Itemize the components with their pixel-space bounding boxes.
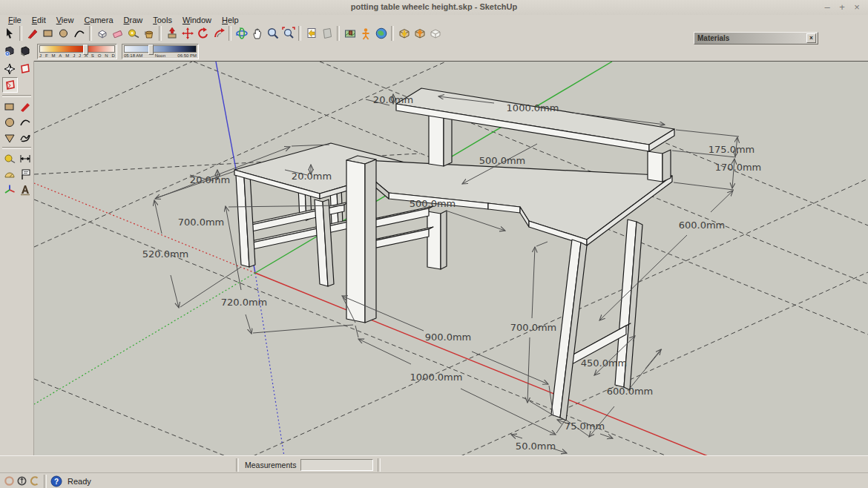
time-tick: Noon xyxy=(155,53,165,59)
menu-camera[interactable]: Camera xyxy=(79,16,118,24)
get-models-icon[interactable] xyxy=(396,26,412,42)
circle-icon[interactable] xyxy=(56,26,71,42)
menu-help[interactable]: Help xyxy=(217,16,244,24)
push-pull-icon[interactable] xyxy=(164,26,180,42)
zoom-extents-icon[interactable] xyxy=(280,26,296,42)
maximize-button[interactable]: + xyxy=(835,1,849,13)
toolbar-separator xyxy=(391,26,394,41)
shadow-dialog-icon[interactable] xyxy=(1,44,17,59)
dimension-label: 1000.0mm xyxy=(507,102,559,113)
help-icon[interactable]: ? xyxy=(50,475,62,487)
measurements-bar: Measurements xyxy=(0,455,868,473)
arc-icon[interactable] xyxy=(71,26,87,42)
month-tick: D xyxy=(112,53,115,59)
month-tick: F xyxy=(45,53,48,59)
paint-bucket-icon[interactable] xyxy=(141,26,157,42)
position-camera-icon[interactable] xyxy=(358,26,373,42)
toolbar-separator xyxy=(19,26,22,41)
tape-measure-icon[interactable] xyxy=(125,26,141,42)
rectangle-tool-icon[interactable] xyxy=(2,99,16,113)
bar-separator xyxy=(44,475,47,488)
menu-draw[interactable]: Draw xyxy=(119,16,148,24)
menu-view[interactable]: View xyxy=(51,16,79,24)
rotate-icon[interactable] xyxy=(195,26,211,42)
move-icon[interactable] xyxy=(180,26,195,42)
menu-edit[interactable]: Edit xyxy=(27,16,51,24)
line-tool-icon[interactable] xyxy=(18,99,32,113)
next-view-icon[interactable] xyxy=(319,26,335,42)
google-earth-icon[interactable] xyxy=(373,26,389,42)
date-slider-handle[interactable] xyxy=(83,44,88,55)
menu-window[interactable]: Window xyxy=(177,16,217,24)
model-box-icon[interactable] xyxy=(427,26,443,42)
tape-measure-tool-icon[interactable] xyxy=(2,151,16,165)
dimension-label: 75.0mm xyxy=(565,421,605,432)
polygon-tool-icon[interactable] xyxy=(2,131,16,145)
dimension-label: 500.0mm xyxy=(410,198,456,209)
materials-panel-title: Materials xyxy=(694,34,806,42)
toolbar-separator xyxy=(298,26,301,41)
menu-file[interactable]: File xyxy=(3,16,27,24)
dimension-label: 700.0mm xyxy=(510,322,557,333)
materials-close-button[interactable]: x xyxy=(806,33,816,43)
month-tick: M xyxy=(65,53,69,59)
make-component-icon[interactable] xyxy=(94,26,110,42)
month-tick: J xyxy=(79,53,81,59)
share-model-icon[interactable] xyxy=(412,26,427,42)
close-button[interactable]: × xyxy=(850,1,864,13)
shadow-time-slider[interactable]: 05:18 AMNoon06:50 PM xyxy=(122,44,199,59)
month-tick: J xyxy=(39,53,42,59)
month-tick: J xyxy=(73,53,75,59)
views-icon[interactable] xyxy=(2,62,16,76)
viewport-canvas[interactable]: 20.0mm1000.0mm500.0mm20.0mm20.0mm500.0mm… xyxy=(34,61,868,456)
protractor-tool-icon[interactable] xyxy=(2,167,16,181)
text-tool-icon[interactable] xyxy=(18,167,32,181)
toolbar-separator xyxy=(89,26,92,41)
month-tick: N xyxy=(105,53,108,59)
eraser-icon[interactable] xyxy=(110,26,125,42)
rectangle-icon[interactable] xyxy=(40,26,56,42)
toolbar-separator xyxy=(337,26,340,41)
previous-view-icon[interactable] xyxy=(303,26,319,42)
axes-tool-icon[interactable] xyxy=(2,182,16,197)
measurements-label: Measurements xyxy=(245,461,296,469)
dimension-tool-icon[interactable] xyxy=(18,151,32,165)
3d-text-tool-icon[interactable] xyxy=(18,182,32,197)
arc-tool-icon[interactable] xyxy=(18,115,32,129)
dimension-label: 600.0mm xyxy=(679,220,726,231)
orbit-icon[interactable] xyxy=(234,26,249,42)
circle-tool-icon[interactable] xyxy=(2,115,16,129)
palette-separator xyxy=(2,147,31,149)
offset-icon[interactable] xyxy=(211,26,226,42)
toolbar-separator xyxy=(228,26,231,41)
menu-tools[interactable]: Tools xyxy=(148,16,177,24)
photo-textures-icon[interactable] xyxy=(342,26,358,42)
menu-bar: FileEditViewCameraDrawToolsWindowHelp xyxy=(0,15,868,24)
dimension-label: 520.0mm xyxy=(142,248,189,260)
materials-panel[interactable]: Materials x xyxy=(694,32,818,44)
time-gradient-strip xyxy=(124,45,197,53)
title-bar[interactable]: potting table wheelc height.skp - Sketch… xyxy=(0,0,868,16)
plane-front-icon[interactable] xyxy=(18,62,32,76)
line-icon[interactable] xyxy=(24,26,40,42)
freehand-tool-icon[interactable] xyxy=(18,131,32,145)
time-slider-handle[interactable] xyxy=(148,44,154,55)
shadow-date-slider[interactable]: JFMAMJJASOND xyxy=(37,44,117,59)
shadow-toggle-icon[interactable] xyxy=(17,44,33,59)
select-icon[interactable] xyxy=(1,26,17,42)
window-title: potting table wheelc height.skp - Sketch… xyxy=(0,2,868,11)
plane-back-icon[interactable] xyxy=(2,77,18,93)
pan-icon[interactable] xyxy=(249,26,265,42)
minimize-button[interactable]: – xyxy=(821,1,834,13)
dimension-label: 900.0mm xyxy=(425,332,472,343)
geolocation-icon xyxy=(4,475,15,487)
sketchup-window: potting table wheelc height.skp - Sketch… xyxy=(0,0,868,488)
dimension-label: 720.0mm xyxy=(221,297,268,308)
bar-separator xyxy=(236,458,239,472)
palette-separator xyxy=(2,95,31,97)
bar-separator xyxy=(378,458,381,472)
time-tick: 05:18 AM xyxy=(124,53,142,59)
measurements-input[interactable] xyxy=(300,459,373,471)
zoom-icon[interactable] xyxy=(265,26,280,42)
dimension-label: 700.0mm xyxy=(178,217,225,228)
